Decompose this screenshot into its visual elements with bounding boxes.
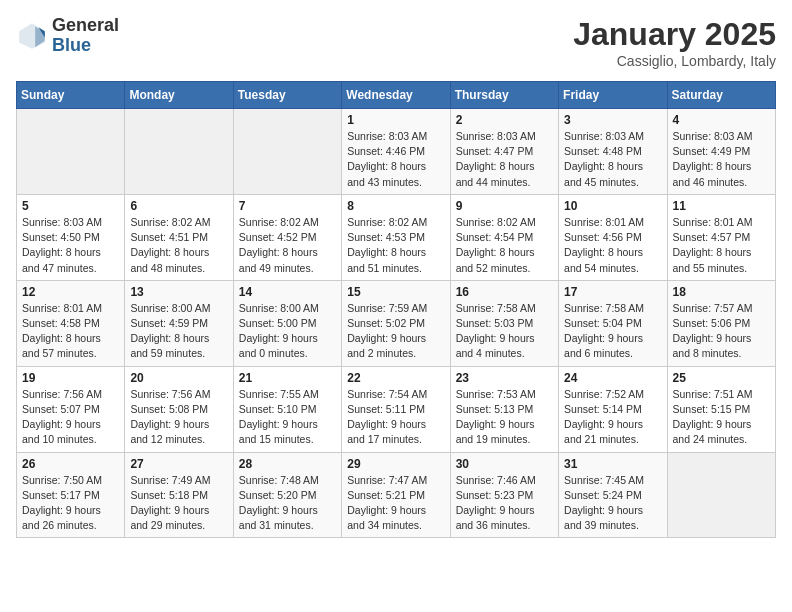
month-title: January 2025 xyxy=(573,16,776,53)
day-info: Sunrise: 7:54 AMSunset: 5:11 PMDaylight:… xyxy=(347,387,444,448)
day-number: 1 xyxy=(347,113,444,127)
calendar-cell: 3Sunrise: 8:03 AMSunset: 4:48 PMDaylight… xyxy=(559,109,667,195)
logo-general: General xyxy=(52,15,119,35)
day-info: Sunrise: 7:59 AMSunset: 5:02 PMDaylight:… xyxy=(347,301,444,362)
calendar-week-3: 12Sunrise: 8:01 AMSunset: 4:58 PMDayligh… xyxy=(17,280,776,366)
day-number: 28 xyxy=(239,457,336,471)
day-number: 19 xyxy=(22,371,119,385)
day-info: Sunrise: 8:00 AMSunset: 4:59 PMDaylight:… xyxy=(130,301,227,362)
day-number: 23 xyxy=(456,371,553,385)
day-info: Sunrise: 7:45 AMSunset: 5:24 PMDaylight:… xyxy=(564,473,661,534)
calendar-cell: 18Sunrise: 7:57 AMSunset: 5:06 PMDayligh… xyxy=(667,280,775,366)
day-info: Sunrise: 7:58 AMSunset: 5:03 PMDaylight:… xyxy=(456,301,553,362)
day-number: 10 xyxy=(564,199,661,213)
calendar-cell: 24Sunrise: 7:52 AMSunset: 5:14 PMDayligh… xyxy=(559,366,667,452)
logo-icon xyxy=(16,20,48,52)
calendar-cell: 22Sunrise: 7:54 AMSunset: 5:11 PMDayligh… xyxy=(342,366,450,452)
day-number: 8 xyxy=(347,199,444,213)
calendar-cell: 11Sunrise: 8:01 AMSunset: 4:57 PMDayligh… xyxy=(667,194,775,280)
logo: General Blue xyxy=(16,16,119,56)
day-info: Sunrise: 7:56 AMSunset: 5:08 PMDaylight:… xyxy=(130,387,227,448)
day-number: 26 xyxy=(22,457,119,471)
day-number: 29 xyxy=(347,457,444,471)
day-info: Sunrise: 8:03 AMSunset: 4:48 PMDaylight:… xyxy=(564,129,661,190)
day-info: Sunrise: 7:56 AMSunset: 5:07 PMDaylight:… xyxy=(22,387,119,448)
weekday-header-tuesday: Tuesday xyxy=(233,82,341,109)
calendar-cell: 7Sunrise: 8:02 AMSunset: 4:52 PMDaylight… xyxy=(233,194,341,280)
day-info: Sunrise: 8:01 AMSunset: 4:58 PMDaylight:… xyxy=(22,301,119,362)
weekday-header-wednesday: Wednesday xyxy=(342,82,450,109)
day-number: 4 xyxy=(673,113,770,127)
calendar-cell: 6Sunrise: 8:02 AMSunset: 4:51 PMDaylight… xyxy=(125,194,233,280)
calendar-cell: 1Sunrise: 8:03 AMSunset: 4:46 PMDaylight… xyxy=(342,109,450,195)
day-info: Sunrise: 7:53 AMSunset: 5:13 PMDaylight:… xyxy=(456,387,553,448)
day-info: Sunrise: 7:58 AMSunset: 5:04 PMDaylight:… xyxy=(564,301,661,362)
calendar-cell: 2Sunrise: 8:03 AMSunset: 4:47 PMDaylight… xyxy=(450,109,558,195)
calendar-cell xyxy=(17,109,125,195)
calendar-cell: 12Sunrise: 8:01 AMSunset: 4:58 PMDayligh… xyxy=(17,280,125,366)
day-number: 27 xyxy=(130,457,227,471)
day-info: Sunrise: 8:02 AMSunset: 4:54 PMDaylight:… xyxy=(456,215,553,276)
day-info: Sunrise: 7:51 AMSunset: 5:15 PMDaylight:… xyxy=(673,387,770,448)
day-info: Sunrise: 7:57 AMSunset: 5:06 PMDaylight:… xyxy=(673,301,770,362)
day-number: 5 xyxy=(22,199,119,213)
logo-text: General Blue xyxy=(52,16,119,56)
day-number: 12 xyxy=(22,285,119,299)
day-number: 20 xyxy=(130,371,227,385)
calendar-week-5: 26Sunrise: 7:50 AMSunset: 5:17 PMDayligh… xyxy=(17,452,776,538)
calendar-cell: 26Sunrise: 7:50 AMSunset: 5:17 PMDayligh… xyxy=(17,452,125,538)
day-number: 7 xyxy=(239,199,336,213)
calendar-cell: 16Sunrise: 7:58 AMSunset: 5:03 PMDayligh… xyxy=(450,280,558,366)
day-number: 9 xyxy=(456,199,553,213)
weekday-header-sunday: Sunday xyxy=(17,82,125,109)
day-number: 24 xyxy=(564,371,661,385)
weekday-header-thursday: Thursday xyxy=(450,82,558,109)
calendar-cell: 4Sunrise: 8:03 AMSunset: 4:49 PMDaylight… xyxy=(667,109,775,195)
weekday-header-saturday: Saturday xyxy=(667,82,775,109)
day-info: Sunrise: 8:01 AMSunset: 4:56 PMDaylight:… xyxy=(564,215,661,276)
day-number: 21 xyxy=(239,371,336,385)
day-info: Sunrise: 7:50 AMSunset: 5:17 PMDaylight:… xyxy=(22,473,119,534)
calendar-cell: 20Sunrise: 7:56 AMSunset: 5:08 PMDayligh… xyxy=(125,366,233,452)
weekday-header-monday: Monday xyxy=(125,82,233,109)
calendar-cell: 15Sunrise: 7:59 AMSunset: 5:02 PMDayligh… xyxy=(342,280,450,366)
calendar-week-2: 5Sunrise: 8:03 AMSunset: 4:50 PMDaylight… xyxy=(17,194,776,280)
day-info: Sunrise: 8:01 AMSunset: 4:57 PMDaylight:… xyxy=(673,215,770,276)
day-info: Sunrise: 8:02 AMSunset: 4:52 PMDaylight:… xyxy=(239,215,336,276)
day-info: Sunrise: 8:02 AMSunset: 4:51 PMDaylight:… xyxy=(130,215,227,276)
day-info: Sunrise: 7:49 AMSunset: 5:18 PMDaylight:… xyxy=(130,473,227,534)
day-number: 30 xyxy=(456,457,553,471)
calendar-cell: 30Sunrise: 7:46 AMSunset: 5:23 PMDayligh… xyxy=(450,452,558,538)
calendar-cell: 27Sunrise: 7:49 AMSunset: 5:18 PMDayligh… xyxy=(125,452,233,538)
calendar-cell: 9Sunrise: 8:02 AMSunset: 4:54 PMDaylight… xyxy=(450,194,558,280)
day-info: Sunrise: 8:03 AMSunset: 4:47 PMDaylight:… xyxy=(456,129,553,190)
day-number: 18 xyxy=(673,285,770,299)
day-number: 14 xyxy=(239,285,336,299)
day-number: 2 xyxy=(456,113,553,127)
day-number: 6 xyxy=(130,199,227,213)
calendar-cell: 17Sunrise: 7:58 AMSunset: 5:04 PMDayligh… xyxy=(559,280,667,366)
weekday-header-friday: Friday xyxy=(559,82,667,109)
calendar-body: 1Sunrise: 8:03 AMSunset: 4:46 PMDaylight… xyxy=(17,109,776,538)
day-number: 22 xyxy=(347,371,444,385)
calendar-header: SundayMondayTuesdayWednesdayThursdayFrid… xyxy=(17,82,776,109)
calendar-week-4: 19Sunrise: 7:56 AMSunset: 5:07 PMDayligh… xyxy=(17,366,776,452)
day-number: 25 xyxy=(673,371,770,385)
day-info: Sunrise: 7:52 AMSunset: 5:14 PMDaylight:… xyxy=(564,387,661,448)
calendar-cell xyxy=(233,109,341,195)
page-header: General Blue January 2025 Cassiglio, Lom… xyxy=(16,16,776,69)
calendar-cell: 25Sunrise: 7:51 AMSunset: 5:15 PMDayligh… xyxy=(667,366,775,452)
location: Cassiglio, Lombardy, Italy xyxy=(573,53,776,69)
calendar-cell: 29Sunrise: 7:47 AMSunset: 5:21 PMDayligh… xyxy=(342,452,450,538)
day-info: Sunrise: 8:00 AMSunset: 5:00 PMDaylight:… xyxy=(239,301,336,362)
calendar-cell: 19Sunrise: 7:56 AMSunset: 5:07 PMDayligh… xyxy=(17,366,125,452)
day-number: 31 xyxy=(564,457,661,471)
day-info: Sunrise: 8:03 AMSunset: 4:49 PMDaylight:… xyxy=(673,129,770,190)
day-info: Sunrise: 7:47 AMSunset: 5:21 PMDaylight:… xyxy=(347,473,444,534)
day-info: Sunrise: 8:03 AMSunset: 4:46 PMDaylight:… xyxy=(347,129,444,190)
calendar-cell: 31Sunrise: 7:45 AMSunset: 5:24 PMDayligh… xyxy=(559,452,667,538)
day-info: Sunrise: 7:55 AMSunset: 5:10 PMDaylight:… xyxy=(239,387,336,448)
calendar-cell: 23Sunrise: 7:53 AMSunset: 5:13 PMDayligh… xyxy=(450,366,558,452)
calendar-cell: 8Sunrise: 8:02 AMSunset: 4:53 PMDaylight… xyxy=(342,194,450,280)
calendar-table: SundayMondayTuesdayWednesdayThursdayFrid… xyxy=(16,81,776,538)
